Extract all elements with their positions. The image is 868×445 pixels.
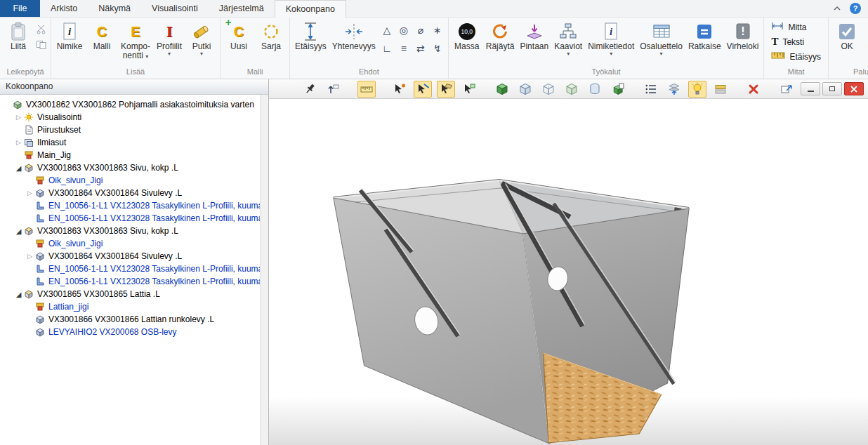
tree-item[interactable]: VX3001862 VX3001862 Pohjamalli asiakasto… [0,98,260,111]
komponentti-button[interactable]: E Kompo- nentti ▾ [118,18,153,60]
tree-item-label[interactable]: VX3001862 VX3001862 Pohjamalli asiakasto… [26,100,254,109]
ratkaise-button[interactable]: Ratkaise [685,18,724,51]
tree-item-label[interactable]: VX3001865 VX3001865 Lattia .L [37,289,160,299]
window-close-button[interactable] [844,82,864,95]
tree-item[interactable]: VX3001866 VX3001866 Lattian runkolevy .L [0,313,260,326]
tree-item[interactable]: Oik_sivun_Jigi [0,174,260,187]
tree-expander-icon[interactable]: ◢ [14,227,23,235]
sarja-button[interactable]: Sarja [255,18,287,51]
tree-item[interactable]: ◢VX3001863 VX3001863 Sivu, kokp .L [0,225,260,237]
tree-item[interactable]: EN_10056-1-L1 VX123028 Tasakylkinen L-Pr… [0,212,260,225]
concentric-constraint-icon[interactable]: ◎ [395,21,412,39]
tree-item[interactable]: EN_10056-1-L1 VX123028 Tasakylkinen L-Pr… [0,275,260,288]
menu-tab-file[interactable]: File [0,0,40,17]
tree-item-label[interactable]: Piirustukset [37,125,81,135]
select-point-icon[interactable] [390,81,409,98]
tree-expander-icon[interactable]: ▷ [14,114,23,121]
osaluettelo-button[interactable]: Osaluettelo ▾ [637,18,685,57]
tree-item[interactable]: ◢VX3001865 VX3001865 Lattia .L [0,288,260,300]
break-constraint-icon[interactable]: ↯ [429,39,446,58]
menu-tab-arkisto[interactable]: Arkisto [40,0,88,17]
nimike-button[interactable]: i Nimike [53,18,86,51]
tree-item-label[interactable]: Main_Jig [37,150,71,160]
view-part-icon[interactable] [609,81,627,98]
help-icon[interactable]: ? [850,3,861,14]
poistu-button[interactable]: Poistu [863,18,868,51]
yhtenevyys-button[interactable]: Yhtenevyys [329,18,379,51]
view-hidden-line-icon[interactable] [539,81,558,98]
coincident-constraint-icon[interactable]: ∗ [429,21,446,39]
model-area[interactable] [269,99,868,445]
nimiketiedot-button[interactable]: i Nimiketiedot ▾ [585,18,637,57]
tree-item-label[interactable]: Visualisointi [37,112,81,122]
menu-tab-visualisointi[interactable]: Visualisointi [141,0,209,17]
profiilit-button[interactable]: I Profiilit ▾ [153,18,185,57]
kaaviot-button[interactable]: Kaaviot ▾ [551,18,585,57]
collapse-ribbon-icon[interactable] [833,4,841,13]
virheloki-button[interactable]: ! Virheloki [724,18,762,51]
view-cylinder-icon[interactable] [586,81,604,98]
measure-ruler-icon[interactable] [357,81,376,98]
tree-item-label[interactable]: VX3001864 VX3001864 Sivulevy .L [48,188,182,198]
putki-button[interactable]: Putki ▾ [185,18,218,57]
uusi-button[interactable]: +C Uusi [223,18,255,51]
tree-expander-icon[interactable]: ◢ [14,291,23,298]
lights-icon[interactable] [688,81,706,98]
tree-item[interactable]: Lattian_jigi [0,300,260,313]
angle-constraint-icon[interactable]: △ [379,21,395,39]
view-transparent-icon[interactable] [563,81,581,98]
tree-item[interactable]: ◢VX3001863 VX3001863 Sivu, kokp .L [0,161,260,174]
tree-item-label[interactable]: Oik_sivun_Jigi [48,175,103,185]
tree-item-label[interactable]: EN_10056-1-L1 VX123028 Tasakylkinen L-Pr… [48,277,260,286]
window-restore-button[interactable] [822,82,842,95]
rajayta-button[interactable]: Räjäytä [483,18,518,51]
tree-item-label[interactable]: VX3001863 VX3001863 Sivu, kokp .L [37,226,178,236]
symmetry-constraint-icon[interactable]: ⇄ [412,39,429,58]
levels-icon[interactable] [665,81,683,98]
tree-item-label[interactable]: VX3001864 VX3001864 Sivulevy .L [48,251,182,261]
tree-item[interactable]: LEVYAIHIO2 VX200068 OSB-levy [0,326,260,338]
export-window-icon[interactable] [777,81,796,98]
tree-item-label[interactable]: Ilmiasut [37,138,66,147]
view-shaded-icon[interactable] [493,81,511,98]
tree-item-label[interactable]: EN_10056-1-L1 VX123028 Tasakylkinen L-Pr… [48,213,260,223]
print-layers-icon[interactable] [711,81,730,98]
tree-expander-icon[interactable]: ▷ [25,253,34,260]
tree-item-label[interactable]: VX3001863 VX3001863 Sivu, kokp .L [37,163,178,173]
massa-button[interactable]: 10,0 Massa [451,18,483,51]
etaisyys-mitta-button[interactable]: Etäisyys [766,49,826,64]
pintaan-button[interactable]: Pintaan [517,18,551,51]
cut-button[interactable] [34,24,48,35]
teksti-button[interactable]: T Teksti [766,34,809,49]
tree-item[interactable]: ▷VX3001864 VX3001864 Sivulevy .L [0,187,260,199]
parallel-constraint-icon[interactable]: ≡ [395,39,412,58]
tree-item-label[interactable]: EN_10056-1-L1 VX123028 Tasakylkinen L-Pr… [48,201,260,211]
tree-item-label[interactable]: Lattian_jigi [48,302,88,312]
diameter-constraint-icon[interactable]: ⌀ [412,21,429,39]
tree-item[interactable]: EN_10056-1-L1 VX123028 Tasakylkinen L-Pr… [0,263,260,275]
tree-item[interactable]: Main_Jig [0,149,260,161]
tree-item[interactable]: Piirustukset [0,124,260,136]
tree-expander-icon[interactable]: ◢ [14,164,23,172]
tree-item[interactable]: ▷Visualisointi [0,111,260,124]
mitta-button[interactable]: Mitta [766,20,811,34]
tree-item[interactable]: Oik_sivun_Jigi [0,237,260,250]
select-edge-icon[interactable] [414,81,432,98]
select-face-icon[interactable] [437,81,455,98]
ok-button[interactable]: OK [831,18,863,51]
view-wireframe-icon[interactable] [516,81,534,98]
tree-item-label[interactable]: LEVYAIHIO2 VX200068 OSB-levy [48,327,177,337]
etaisyys-condition-button[interactable]: Etäisyys [292,18,329,51]
tree-scrollbar[interactable] [260,95,268,445]
perpendicular-constraint-icon[interactable]: ∟ [379,39,395,58]
parts-list-icon[interactable] [642,81,660,98]
tree-item[interactable]: ▷Ilmiasut [0,136,260,149]
tree-item-label[interactable]: EN_10056-1-L1 VX123028 Tasakylkinen L-Pr… [48,264,260,274]
malli-button[interactable]: C Malli [86,18,118,51]
window-minimize-button[interactable] [801,82,820,95]
menu-tab-kokoonpano[interactable]: Kokoonpano [275,0,346,18]
select-element-icon[interactable] [460,81,478,98]
menu-tab-näkymä[interactable]: Näkymä [88,0,141,17]
tree-item-label[interactable]: VX3001866 VX3001866 Lattian runkolevy .L [48,314,214,324]
tree-item-label[interactable]: Oik_sivun_Jigi [48,239,103,248]
